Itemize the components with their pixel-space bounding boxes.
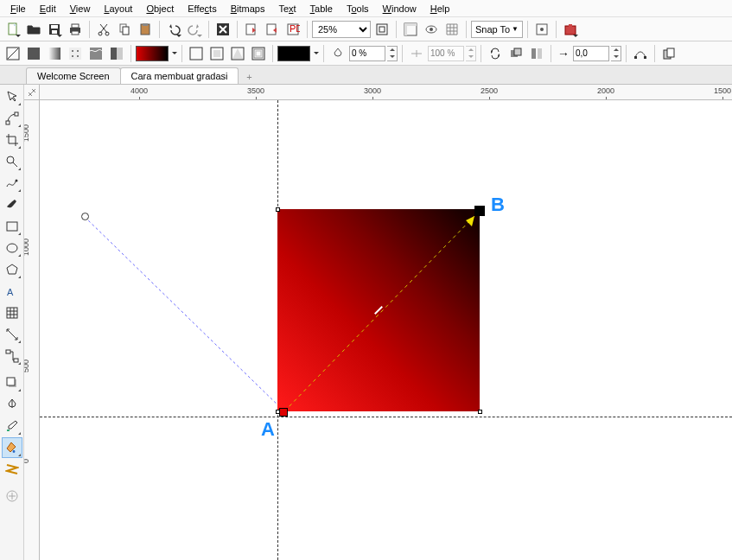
conical-gradient-button[interactable]	[228, 44, 247, 63]
menu-layout[interactable]: Layout	[97, 2, 139, 16]
copy-fill-button[interactable]	[659, 44, 678, 63]
tab-add-button[interactable]: +	[241, 70, 257, 84]
pattern-fill-button[interactable]	[66, 44, 85, 63]
menu-help[interactable]: Help	[423, 2, 457, 16]
ellipse-tool[interactable]	[2, 238, 22, 258]
menu-tools[interactable]: Tools	[340, 2, 376, 16]
redo-button[interactable]	[185, 20, 204, 39]
svg-point-56	[7, 156, 14, 163]
offset-spinner[interactable]	[611, 46, 621, 61]
preview-button[interactable]	[422, 20, 441, 39]
menu-window[interactable]: Window	[376, 2, 423, 16]
gradient-end-handle[interactable]	[474, 206, 485, 216]
transparency-tool[interactable]	[2, 394, 22, 415]
node-position-icon	[407, 44, 426, 63]
free-rotate-handle[interactable]	[81, 213, 89, 220]
tab-welcome[interactable]: Welcome Screen	[26, 67, 121, 84]
polygon-tool[interactable]	[2, 259, 22, 280]
selection-handle-tl[interactable]	[276, 207, 280, 212]
artistic-media-tool[interactable]	[2, 194, 22, 215]
undo-button[interactable]	[164, 20, 183, 39]
outline-tool[interactable]	[2, 459, 22, 480]
horizontal-guide[interactable]	[40, 417, 732, 417]
selection-handle-br[interactable]	[478, 410, 482, 414]
gradient-start-handle[interactable]	[279, 408, 288, 417]
menu-text[interactable]: Text	[271, 2, 302, 16]
tab-document-1[interactable]: Cara membuat gradasi	[120, 67, 239, 84]
search-content-button[interactable]	[213, 20, 232, 39]
uniform-fill-button[interactable]	[24, 44, 43, 63]
offset-input[interactable]: 0,0	[573, 46, 609, 61]
shape-tool[interactable]	[2, 108, 22, 129]
drop-shadow-tool[interactable]	[2, 372, 22, 393]
fullscreen-button[interactable]	[372, 20, 391, 39]
rectangular-gradient-button[interactable]	[249, 44, 268, 63]
smooth-button[interactable]	[631, 44, 650, 63]
connector-tool[interactable]	[2, 346, 22, 366]
freehand-tool[interactable]	[2, 173, 22, 194]
copy-button[interactable]	[115, 20, 134, 39]
show-rulers-button[interactable]	[401, 20, 420, 39]
rectangle-tool[interactable]	[2, 216, 22, 237]
canvas[interactable]: A B	[40, 100, 732, 560]
postscript-fill-button[interactable]	[107, 44, 126, 63]
snap-to-select[interactable]: Snap To▼	[471, 21, 523, 38]
svg-point-24	[430, 28, 433, 31]
menu-object[interactable]: Object	[139, 2, 181, 16]
menu-file[interactable]: File	[3, 2, 33, 16]
svg-rect-50	[634, 56, 637, 59]
paste-button[interactable]	[136, 20, 155, 39]
arrange-button[interactable]	[506, 44, 525, 63]
show-grid-button[interactable]	[442, 20, 461, 39]
zoom-level-select[interactable]: 25%	[312, 21, 371, 38]
svg-rect-47	[514, 48, 521, 55]
svg-rect-31	[69, 48, 81, 60]
elliptical-gradient-button[interactable]	[207, 44, 226, 63]
print-button[interactable]	[66, 20, 85, 39]
launch-button[interactable]	[561, 20, 580, 39]
transparency-input[interactable]: 0 %	[349, 46, 385, 61]
svg-rect-18	[377, 24, 387, 35]
publish-pdf-button[interactable]: PDF	[283, 20, 302, 39]
workspace: 4000 3500 3000 2500 2000 1500 1500 1000 …	[24, 85, 732, 560]
export-button[interactable]	[263, 20, 282, 39]
pick-tool[interactable]	[2, 86, 22, 107]
svg-point-57	[15, 180, 17, 182]
options-button[interactable]	[532, 20, 551, 39]
table-tool[interactable]	[2, 302, 22, 323]
crop-tool[interactable]	[2, 130, 22, 150]
eyedropper-tool[interactable]	[2, 416, 22, 436]
new-button[interactable]	[3, 20, 22, 39]
save-button[interactable]	[45, 20, 64, 39]
vertical-ruler[interactable]: 1500 1000 500 0	[24, 100, 40, 560]
menu-table[interactable]: Table	[303, 2, 340, 16]
menu-view[interactable]: View	[63, 2, 98, 16]
import-button[interactable]	[242, 20, 261, 39]
reverse-fill-button[interactable]	[486, 44, 505, 63]
svg-rect-27	[565, 26, 576, 35]
transparency-spinner[interactable]	[387, 46, 398, 61]
texture-fill-button[interactable]	[86, 44, 105, 63]
dimension-tool[interactable]	[2, 324, 22, 345]
cut-button[interactable]	[94, 20, 113, 39]
zoom-tool[interactable]	[2, 151, 22, 172]
standard-toolbar: PDF 25% Snap To▼	[0, 17, 732, 41]
open-button[interactable]	[24, 20, 43, 39]
menu-effects[interactable]: Effects	[181, 2, 223, 16]
mirror-button[interactable]	[527, 44, 546, 63]
svg-point-59	[7, 244, 17, 252]
quick-customize-button[interactable]	[2, 486, 22, 506]
ruler-origin[interactable]	[24, 85, 40, 100]
svg-text:PDF: PDF	[290, 23, 300, 34]
interactive-fill-tool[interactable]	[2, 437, 22, 458]
node-color-swatch[interactable]	[277, 46, 310, 61]
fill-preview[interactable]	[136, 46, 169, 61]
linear-gradient-button[interactable]	[187, 44, 206, 63]
fountain-fill-button[interactable]	[45, 44, 64, 63]
no-fill-button[interactable]	[3, 44, 22, 63]
menu-bitmaps[interactable]: Bitmaps	[224, 2, 272, 16]
horizontal-ruler[interactable]: 4000 3500 3000 2500 2000 1500	[40, 85, 732, 100]
svg-rect-53	[667, 48, 674, 57]
text-tool[interactable]: A	[2, 281, 22, 302]
menu-edit[interactable]: Edit	[33, 2, 63, 16]
